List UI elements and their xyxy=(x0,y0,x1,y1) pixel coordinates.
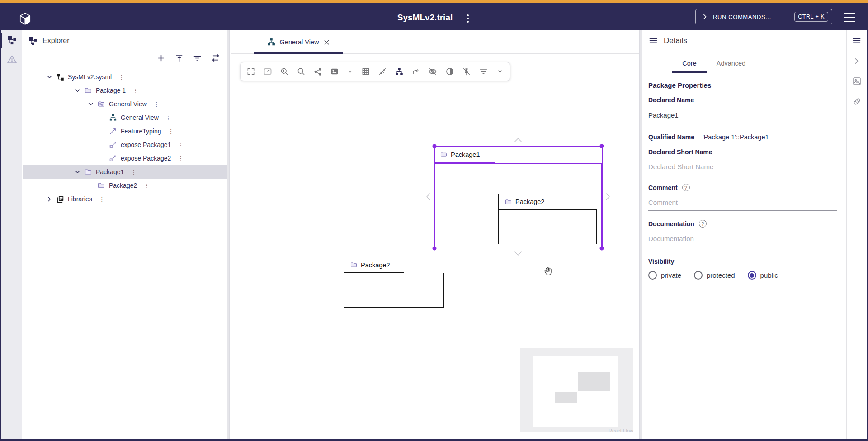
app-logo-cube-icon[interactable] xyxy=(19,12,31,26)
tree-item-kebab-icon[interactable]: ⋮ xyxy=(154,101,160,108)
tree-item-kebab-icon[interactable]: ⋮ xyxy=(99,196,105,203)
declared-name-input[interactable]: Package1 xyxy=(648,111,837,119)
tree-item-general-view[interactable]: General View ⋮ xyxy=(23,111,227,124)
more-icon[interactable] xyxy=(496,67,504,76)
input-underline xyxy=(648,247,837,247)
node-arrow-up-icon[interactable] xyxy=(513,135,524,146)
arrange-icon[interactable] xyxy=(395,67,404,76)
radio-checked-icon[interactable] xyxy=(748,271,756,280)
minimap-viewport xyxy=(533,356,618,427)
reconnect-icon[interactable] xyxy=(411,67,420,76)
resize-handle-se[interactable] xyxy=(600,247,604,251)
diagram-minimap[interactable] xyxy=(520,348,633,432)
tree-item-kebab-icon[interactable]: ⋮ xyxy=(131,169,137,175)
tree-item-package-1[interactable]: Package 1 ⋮ xyxy=(23,84,227,97)
fade-icon[interactable] xyxy=(445,67,454,76)
add-icon[interactable] xyxy=(156,53,166,63)
comment-label-text: Comment xyxy=(648,184,678,191)
visibility-radio-private[interactable]: private xyxy=(648,271,681,280)
menu-icon[interactable] xyxy=(852,36,862,46)
link-icon[interactable] xyxy=(852,97,862,106)
node-arrow-right-icon[interactable] xyxy=(602,191,613,202)
tree-item-label: expose Package2 xyxy=(121,155,171,162)
tree-item-label: FeatureTyping xyxy=(121,128,161,135)
upload-icon[interactable] xyxy=(175,53,184,63)
tree-item-expose-package1[interactable]: expose Package1 ⋮ xyxy=(23,138,227,152)
collapse-arrow-icon[interactable] xyxy=(71,87,83,95)
validation-rail-icon[interactable] xyxy=(7,54,17,65)
grid-icon[interactable] xyxy=(361,67,370,76)
caret-down-icon[interactable] xyxy=(347,68,354,75)
resize-handle-ne[interactable] xyxy=(600,144,604,148)
help-icon[interactable]: ? xyxy=(699,220,707,228)
tree-item-package2[interactable]: Package2 ⋮ xyxy=(23,179,227,192)
explorer-rail-icon[interactable] xyxy=(7,35,17,45)
collapse-arrow-icon[interactable] xyxy=(71,168,83,176)
visibility-radio-protected[interactable]: protected xyxy=(694,271,735,280)
radio-unchecked-icon[interactable] xyxy=(694,271,703,280)
filter-icon[interactable] xyxy=(193,53,202,63)
tree-item-kebab-icon[interactable]: ⋮ xyxy=(144,182,150,189)
tree-item-package1[interactable]: Package1 ⋮ xyxy=(23,165,227,179)
tree-item-expose-package2[interactable]: expose Package2 ⋮ xyxy=(23,152,227,165)
resize-handle-nw[interactable] xyxy=(433,144,437,148)
explorer-title: Explorer xyxy=(42,37,70,45)
explorer-panel-icon xyxy=(28,36,38,46)
comment-input[interactable]: Comment xyxy=(648,199,837,206)
zoom-out-icon[interactable] xyxy=(297,67,306,76)
filter-icon[interactable] xyxy=(479,67,488,76)
fullscreen-icon[interactable] xyxy=(246,67,255,76)
share-icon[interactable] xyxy=(314,67,322,76)
tree-item-kebab-icon[interactable]: ⋮ xyxy=(118,74,125,81)
collapse-arrow-icon[interactable] xyxy=(85,100,96,108)
unpin-icon[interactable] xyxy=(462,67,471,76)
tree-item-kebab-icon[interactable]: ⋮ xyxy=(165,114,172,121)
resize-handle-sw[interactable] xyxy=(433,247,437,251)
visibility-radio-public[interactable]: public xyxy=(748,271,778,280)
snap-icon[interactable] xyxy=(378,67,387,76)
expand-arrow-icon[interactable] xyxy=(43,195,55,203)
tree-item-label: SysMLv2.sysml xyxy=(68,73,112,81)
package-folder-icon xyxy=(505,198,512,206)
export-image-icon[interactable] xyxy=(330,67,339,76)
tab-advanced[interactable]: Advanced xyxy=(710,54,752,73)
tree-item-kebab-icon[interactable]: ⋮ xyxy=(178,142,184,148)
zoom-in-icon[interactable] xyxy=(280,67,289,76)
node-arrow-left-icon[interactable] xyxy=(423,191,434,202)
run-commands-button[interactable]: RUN COMMANDS... CTRL + K xyxy=(695,9,832,24)
visibility-radio-group: private protected public xyxy=(648,271,837,280)
panel-resize-divider-left[interactable] xyxy=(227,30,230,439)
details-menu-icon[interactable] xyxy=(648,36,658,46)
details-tab-bar: Core Advanced xyxy=(669,54,752,73)
hide-icon[interactable] xyxy=(428,67,437,76)
tab-close-icon[interactable] xyxy=(323,38,330,46)
tree-item-libraries[interactable]: Libraries ⋮ xyxy=(23,192,227,206)
tab-core[interactable]: Core xyxy=(669,54,710,73)
tab-label: General View xyxy=(280,38,319,46)
minimap-node xyxy=(578,372,610,391)
radio-unchecked-icon[interactable] xyxy=(648,271,657,280)
diagram-icon xyxy=(108,114,118,122)
chevron-right-icon[interactable] xyxy=(852,57,862,66)
tree-item-kebab-icon[interactable]: ⋮ xyxy=(132,87,139,94)
node-arrow-down-icon[interactable] xyxy=(513,248,524,259)
documentation-input[interactable]: Documentation xyxy=(648,235,837,242)
tree-item-kebab-icon[interactable]: ⋮ xyxy=(178,155,184,162)
swap-icon[interactable] xyxy=(211,53,221,63)
tree-item-kebab-icon[interactable]: ⋮ xyxy=(168,128,175,135)
tree-item-general-view[interactable]: General View ⋮ xyxy=(23,97,227,111)
package-body[interactable] xyxy=(344,273,444,308)
tree-item-featuretyping[interactable]: FeatureTyping ⋮ xyxy=(23,124,227,138)
package-body[interactable] xyxy=(498,209,597,244)
declared-short-name-input[interactable]: Declared Short Name xyxy=(648,163,837,171)
tab-general-view[interactable]: General View xyxy=(254,30,343,54)
divider xyxy=(642,51,846,51)
fit-view-icon[interactable] xyxy=(263,67,272,76)
image-icon[interactable] xyxy=(852,76,862,86)
explorer-panel: Explorer SysMLv2.sysml ⋮ Package 1 ⋮ Gen… xyxy=(23,30,227,439)
collapse-arrow-icon[interactable] xyxy=(43,73,55,81)
main-menu-icon[interactable] xyxy=(844,13,855,22)
tree-item-sysmlv2-sysml[interactable]: SysMLv2.sysml ⋮ xyxy=(23,70,227,84)
project-menu-kebab-icon[interactable] xyxy=(464,14,472,24)
help-icon[interactable]: ? xyxy=(682,184,690,191)
